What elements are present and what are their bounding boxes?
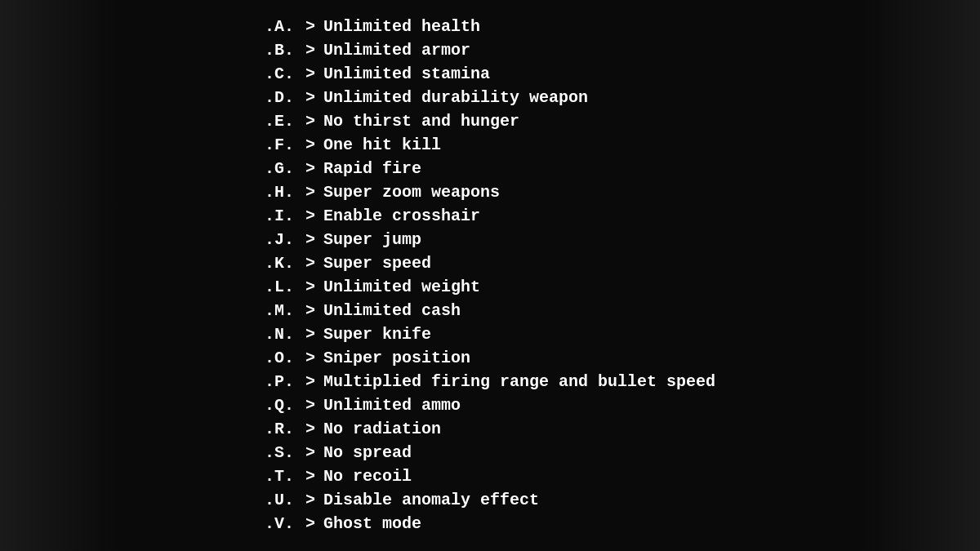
menu-key: .I. [265,205,305,227]
menu-arrow: > [305,418,315,440]
menu-item: .C. >Unlimited stamina [265,63,715,85]
menu-arrow: > [305,16,315,38]
menu-item: .A. >Unlimited health [265,16,715,38]
menu-arrow: > [305,513,315,535]
menu-key: .M. [265,300,305,322]
menu-item: .D. >Unlimited durability weapon [265,87,715,109]
menu-item: .J. >Super jump [265,229,715,251]
menu-arrow: > [305,63,315,85]
menu-item-text: Disable anomaly effect [323,489,539,511]
menu-item-text: Unlimited health [323,16,480,38]
menu-item: .P. >Multiplied firing range and bullet … [265,371,715,393]
menu-key: .K. [265,252,305,274]
menu-key: .L. [265,276,305,298]
menu-arrow: > [305,87,315,109]
menu-item-text: Super knife [323,323,431,345]
menu-arrow: > [305,489,315,511]
menu-item-text: No thirst and hunger [323,110,519,132]
menu-item-text: Unlimited weight [323,276,480,298]
menu-key: .F. [265,134,305,156]
menu-arrow: > [305,276,315,298]
menu-item-text: Super jump [323,229,421,251]
menu-item-text: No recoil [323,465,412,487]
menu-item: .U. >Disable anomaly effect [265,489,715,511]
menu-key: .B. [265,39,305,61]
menu-item: .F. >One hit kill [265,134,715,156]
menu-item: .Q. >Unlimited ammo [265,394,715,416]
menu-item-text: Ghost mode [323,513,421,535]
menu-key: .G. [265,158,305,180]
menu-key: .H. [265,181,305,203]
menu-key: .U. [265,489,305,511]
menu-item-text: Multiplied firing range and bullet speed [323,371,715,393]
menu-arrow: > [305,134,315,156]
menu-item: .O. >Sniper position [265,347,715,369]
menu-key: .N. [265,323,305,345]
menu-arrow: > [305,371,315,393]
menu-key: .T. [265,465,305,487]
menu-item: .I. >Enable crosshair [265,205,715,227]
hotkey-header: Hotkeys: Alt + menu key [265,0,715,1]
menu-item: .N. >Super knife [265,323,715,345]
menu-item: .G. >Rapid fire [265,158,715,180]
menu-arrow: > [305,465,315,487]
menu-item-text: Unlimited durability weapon [323,87,588,109]
menu-arrow: > [305,39,315,61]
menu-arrow: > [305,252,315,274]
menu-arrow: > [305,347,315,369]
menu-item-text: Super zoom weapons [323,181,500,203]
menu-item: .R. >No radiation [265,418,715,440]
menu-item-text: Unlimited stamina [323,63,490,85]
menu-arrow: > [305,181,315,203]
menu-key: .D. [265,87,305,109]
menu-item: .S. >No spread [265,442,715,464]
menu-arrow: > [305,205,315,227]
menu-item: .V. >Ghost mode [265,513,715,535]
menu-key: .E. [265,110,305,132]
menu-arrow: > [305,229,315,251]
menu-item-text: Unlimited armor [323,39,470,61]
menu-arrow: > [305,300,315,322]
menu-item-text: Sniper position [323,347,470,369]
menu-item-text: No spread [323,442,412,464]
menu-item-text: Enable crosshair [323,205,480,227]
menu-arrow: > [305,110,315,132]
menu-item: .M. >Unlimited cash [265,300,715,322]
menu-item-text: One hit kill [323,134,441,156]
menu-key: .V. [265,513,305,535]
menu-key: .J. [265,229,305,251]
menu-item-text: Super speed [323,252,431,274]
menu-key: .C. [265,63,305,85]
menu-key: .O. [265,347,305,369]
screen: Hotkeys: Alt + menu key .A. >Unlimited h… [0,0,980,551]
menu-item: .H. >Super zoom weapons [265,181,715,203]
menu-item-text: Unlimited cash [323,300,461,322]
menu-item-text: No radiation [323,418,441,440]
menu-item: .L. >Unlimited weight [265,276,715,298]
menu-item: .B. >Unlimited armor [265,39,715,61]
menu-key: .S. [265,442,305,464]
menu-key: .A. [265,16,305,38]
menu-arrow: > [305,442,315,464]
menu-arrow: > [305,394,315,416]
menu-key: .P. [265,371,305,393]
menu-item-text: Unlimited ammo [323,394,461,416]
menu-key: .R. [265,418,305,440]
menu-key: .Q. [265,394,305,416]
menu-item: .E. >No thirst and hunger [265,110,715,132]
menu-list: .A. >Unlimited health.B. >Unlimited armo… [265,16,715,535]
menu-item: .K. >Super speed [265,252,715,274]
menu-arrow: > [305,323,315,345]
main-content: Hotkeys: Alt + menu key .A. >Unlimited h… [232,0,748,551]
menu-item-text: Rapid fire [323,158,421,180]
menu-arrow: > [305,158,315,180]
menu-item: .T. >No recoil [265,465,715,487]
